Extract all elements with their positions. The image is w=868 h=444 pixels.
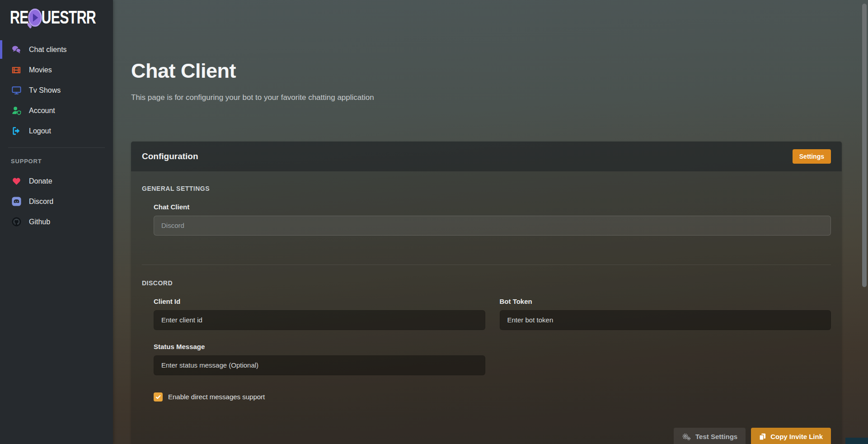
sidebar-item-label: Github	[29, 218, 50, 226]
page-title: Chat Client	[131, 60, 842, 82]
page-subtitle: This page is for configuring your bot to…	[131, 93, 842, 102]
support-section-header: SUPPORT	[0, 154, 113, 171]
sidebar-item-github[interactable]: Github	[0, 212, 113, 232]
sidebar-item-label: Account	[29, 107, 55, 115]
panel-title: Configuration	[142, 151, 198, 161]
logo-suffix: UESTRR	[42, 7, 96, 28]
sign-out-icon	[11, 126, 22, 137]
test-settings-button[interactable]: Test Settings	[674, 428, 746, 444]
status-message-input[interactable]	[154, 355, 485, 375]
sidebar-item-tv-shows[interactable]: Tv Shows	[0, 80, 113, 100]
discord-icon	[11, 196, 22, 207]
sidebar-item-label: Logout	[29, 127, 51, 135]
configuration-panel: Configuration Settings GENERAL SETTINGS …	[131, 142, 842, 444]
copy-invite-link-label: Copy Invite Link	[770, 433, 823, 440]
test-settings-label: Test Settings	[695, 433, 737, 440]
film-icon	[11, 65, 22, 76]
sidebar-item-discord[interactable]: Discord	[0, 191, 113, 212]
github-icon	[11, 217, 22, 227]
sidebar-support-nav: DonateDiscordGithub	[0, 171, 113, 232]
page-scrollbar-thumb[interactable]	[862, 4, 867, 287]
configuration-panel-header: Configuration Settings	[131, 142, 842, 171]
panel-footer: Test Settings Copy Invite Link	[142, 428, 831, 444]
check-icon	[155, 394, 161, 400]
main-content: Chat Client This page is for configuring…	[113, 0, 868, 444]
enable-dm-checkbox[interactable]	[154, 392, 163, 401]
magnifier-play-icon	[28, 9, 42, 27]
enable-dm-label: Enable direct messages support	[168, 393, 265, 401]
user-shield-icon	[11, 105, 22, 116]
copy-invite-link-button[interactable]: Copy Invite Link	[751, 428, 831, 444]
logo-text: RE UESTRR	[10, 7, 96, 28]
status-message-label: Status Message	[154, 343, 485, 350]
settings-button[interactable]: Settings	[793, 149, 831, 164]
section-divider	[142, 265, 831, 265]
bot-token-input[interactable]	[500, 310, 831, 330]
logo-prefix: RE	[10, 7, 28, 28]
chat-client-select[interactable]	[154, 216, 831, 236]
tv-icon	[11, 85, 22, 96]
sidebar-item-logout[interactable]: Logout	[0, 121, 113, 141]
heart-icon	[11, 176, 22, 187]
sidebar-item-account[interactable]: Account	[0, 100, 113, 121]
copy-icon	[759, 433, 766, 440]
chat-client-label: Chat Client	[154, 203, 831, 211]
cogs-icon	[682, 433, 691, 441]
enable-dm-checkbox-row[interactable]: Enable direct messages support	[154, 392, 831, 401]
general-settings-header: GENERAL SETTINGS	[142, 185, 831, 192]
client-id-label: Client Id	[154, 298, 485, 305]
app-logo[interactable]: RE UESTRR	[0, 0, 113, 39]
sidebar-nav: Chat clientsMoviesTv ShowsAccountLogout	[0, 39, 113, 141]
configuration-panel-body: GENERAL SETTINGS Chat Client DISCORD Cli…	[131, 171, 842, 444]
sidebar-item-movies[interactable]: Movies	[0, 60, 113, 80]
client-id-input[interactable]	[154, 310, 485, 330]
bot-token-label: Bot Token	[500, 298, 831, 305]
sidebar-item-label: Tv Shows	[29, 86, 61, 94]
sidebar-item-label: Movies	[29, 66, 52, 74]
chat-bubbles-icon	[11, 44, 22, 55]
sidebar-item-chat-clients[interactable]: Chat clients	[0, 39, 113, 60]
sidebar-item-label: Discord	[29, 198, 53, 206]
bottom-corner-strip	[845, 438, 868, 444]
sidebar-item-label: Donate	[29, 177, 52, 185]
discord-section-header: DISCORD	[142, 279, 831, 287]
sidebar-item-donate[interactable]: Donate	[0, 171, 113, 191]
sidebar-item-label: Chat clients	[29, 46, 67, 54]
sidebar: RE UESTRR Chat clientsMoviesTv ShowsAcco…	[0, 0, 113, 444]
sidebar-divider	[8, 147, 105, 148]
